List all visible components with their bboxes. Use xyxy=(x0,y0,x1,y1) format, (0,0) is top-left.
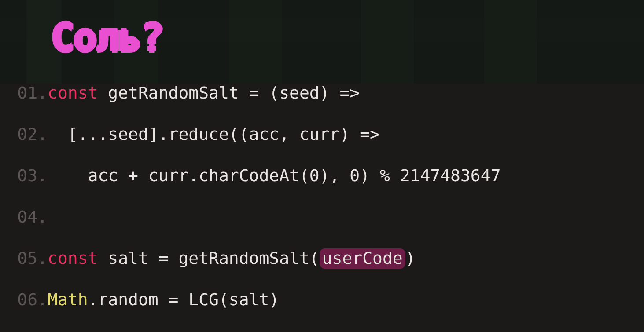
code-content: acc + curr.charCodeAt(0), 0) % 214748364… xyxy=(48,167,501,184)
slide-title: Соль? xyxy=(51,18,163,57)
line-number: 06. xyxy=(0,291,48,308)
line-number: 04. xyxy=(0,208,48,225)
code-line: 04. xyxy=(0,208,644,250)
line-number: 02. xyxy=(0,126,48,142)
code-line: 05. const salt = getRandomSalt(userCode) xyxy=(0,250,644,291)
code-block: 01. const getRandomSalt = (seed) => 02. … xyxy=(0,84,644,332)
code-line: 03. acc + curr.charCodeAt(0), 0) % 21474… xyxy=(0,167,644,208)
slide: Соль? 01. const getRandomSalt = (seed) =… xyxy=(0,0,644,332)
code-line: 02. [...seed].reduce((acc, curr) => xyxy=(0,126,644,167)
code-line: 06. Math.random = LCG(salt) xyxy=(0,291,644,332)
code-content: [...seed].reduce((acc, curr) => xyxy=(48,126,380,142)
code-content: const getRandomSalt = (seed) => xyxy=(48,84,360,101)
code-line: 01. const getRandomSalt = (seed) => xyxy=(0,84,644,126)
line-number: 03. xyxy=(0,167,48,184)
highlighted-token: userCode xyxy=(320,248,405,269)
code-content: Math.random = LCG(salt) xyxy=(48,291,279,308)
code-content: const salt = getRandomSalt(userCode) xyxy=(48,250,416,266)
line-number: 05. xyxy=(0,250,48,266)
line-number: 01. xyxy=(0,84,48,101)
